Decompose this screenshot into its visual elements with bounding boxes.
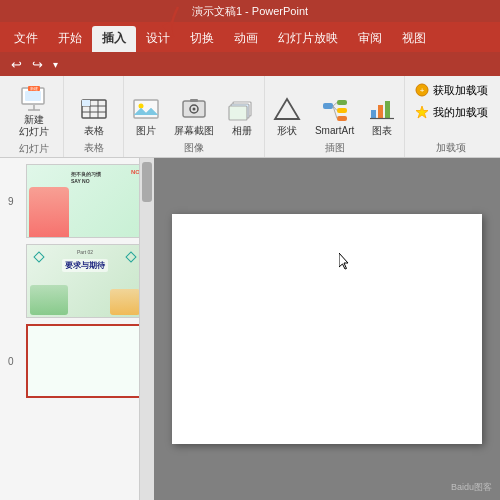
group-table-label: 表格 (84, 141, 104, 155)
tab-home[interactable]: 开始 (48, 26, 92, 52)
tab-view[interactable]: 视图 (392, 26, 436, 52)
quick-access-toolbar: ↩ ↪ ▾ (0, 52, 500, 76)
svg-text:+: + (419, 86, 424, 95)
chart-button[interactable]: 图表 (362, 91, 402, 139)
slide-number-blank: 0 (8, 356, 14, 367)
slide-thumbnail-blank[interactable]: 0 (26, 324, 135, 398)
group-slides: 新建 新建幻灯片 幻灯片 (4, 76, 64, 157)
chart-icon (366, 93, 398, 125)
tab-file[interactable]: 文件 (4, 26, 48, 52)
tab-transitions[interactable]: 切换 (180, 26, 224, 52)
slide-thumbnail-9[interactable]: 9 拒不良的习惯SAY NO NO (26, 164, 135, 238)
svg-marker-22 (275, 99, 299, 119)
svg-rect-31 (378, 105, 383, 118)
chart-label: 图表 (372, 125, 392, 137)
album-button[interactable]: 相册 (222, 91, 262, 139)
smartart-button[interactable]: SmartArt (311, 91, 358, 139)
my-addins-button[interactable]: 我的加载项 (410, 102, 492, 122)
table-label: 表格 (84, 125, 104, 137)
tab-insert[interactable]: 插入 (92, 26, 136, 52)
shapes-icon (271, 93, 303, 125)
redo-button[interactable]: ↪ (29, 56, 46, 73)
group-addins-label: 加载项 (436, 141, 466, 155)
svg-rect-12 (82, 100, 90, 106)
slide-canvas (172, 214, 482, 444)
svg-rect-26 (337, 116, 347, 121)
slide-panel: 9 拒不良的习惯SAY NO NO Part 02 要求与期待 (0, 158, 140, 500)
table-button[interactable]: 表格 (74, 91, 114, 139)
ribbon: 新建 新建幻灯片 幻灯片 (0, 76, 500, 158)
get-addins-icon: + (414, 82, 430, 98)
svg-line-27 (333, 103, 337, 107)
slide-number-9: 9 (8, 196, 14, 207)
picture-button[interactable]: 图片 (126, 91, 166, 139)
group-table: 表格 表格 (64, 76, 124, 157)
main-area: 9 拒不良的习惯SAY NO NO Part 02 要求与期待 (0, 158, 500, 500)
tab-review[interactable]: 审阅 (348, 26, 392, 52)
group-slides-label: 幻灯片 (19, 142, 49, 156)
svg-rect-24 (337, 100, 347, 105)
svg-point-17 (192, 108, 195, 111)
slide-thumb-inner-part02: Part 02 要求与期待 (26, 244, 140, 318)
svg-rect-23 (323, 103, 333, 109)
ribbon-tabs: 文件 开始 插入 设计 切换 动画 幻灯片放映 审阅 视图 (0, 22, 500, 52)
shapes-button[interactable]: 形状 (267, 91, 307, 139)
svg-rect-21 (229, 106, 247, 120)
svg-rect-30 (371, 110, 376, 118)
smartart-label: SmartArt (315, 125, 354, 137)
group-illustrations-label: 插图 (325, 141, 345, 155)
my-addins-label: 我的加载项 (433, 105, 488, 120)
album-label: 相册 (232, 125, 252, 137)
scroll-thumb[interactable] (142, 162, 152, 202)
tab-animations[interactable]: 动画 (224, 26, 268, 52)
screenshot-label: 屏幕截图 (174, 125, 214, 137)
get-addins-button[interactable]: + 获取加载项 (410, 80, 492, 100)
get-addins-label: 获取加载项 (433, 83, 488, 98)
slide-thumb-inner-blank (26, 324, 140, 398)
svg-rect-18 (190, 99, 198, 102)
new-slide-button[interactable]: 新建 新建幻灯片 (14, 80, 54, 140)
smartart-icon (319, 93, 351, 125)
qa-customize[interactable]: ▾ (50, 58, 61, 71)
svg-rect-25 (337, 108, 347, 113)
group-addins: + 获取加载项 我的加载项 加载项 (405, 76, 496, 157)
my-addins-icon (414, 104, 430, 120)
tab-design[interactable]: 设计 (136, 26, 180, 52)
new-slide-icon: 新建 (18, 82, 50, 114)
new-slide-label: 新建幻灯片 (19, 114, 49, 138)
svg-rect-13 (134, 100, 158, 118)
screenshot-icon (178, 93, 210, 125)
group-images: 图片 屏幕截图 (124, 76, 265, 157)
shapes-label: 形状 (277, 125, 297, 137)
watermark: Baidu图客 (451, 481, 492, 494)
group-images-label: 图像 (184, 141, 204, 155)
title-text: 演示文稿1 - PowerPoint (192, 4, 308, 19)
slide-thumbnail-part02[interactable]: Part 02 要求与期待 (26, 244, 135, 318)
svg-rect-32 (385, 101, 390, 118)
canvas-area: Baidu图客 (154, 158, 500, 500)
tab-slideshow[interactable]: 幻灯片放映 (268, 26, 348, 52)
undo-button[interactable]: ↩ (8, 56, 25, 73)
group-illustrations: 形状 SmartArt (265, 76, 405, 157)
title-bar: 演示文稿1 - PowerPoint (0, 0, 500, 22)
table-icon (78, 93, 110, 125)
svg-rect-2 (25, 91, 41, 101)
panel-scrollbar[interactable] (140, 158, 154, 500)
screenshot-button[interactable]: 屏幕截图 (170, 91, 218, 139)
slide-thumb-inner-9: 拒不良的习惯SAY NO NO (26, 164, 140, 238)
svg-text:新建: 新建 (30, 86, 38, 91)
picture-icon (130, 93, 162, 125)
svg-marker-36 (416, 106, 428, 118)
picture-label: 图片 (136, 125, 156, 137)
album-icon (226, 93, 258, 125)
